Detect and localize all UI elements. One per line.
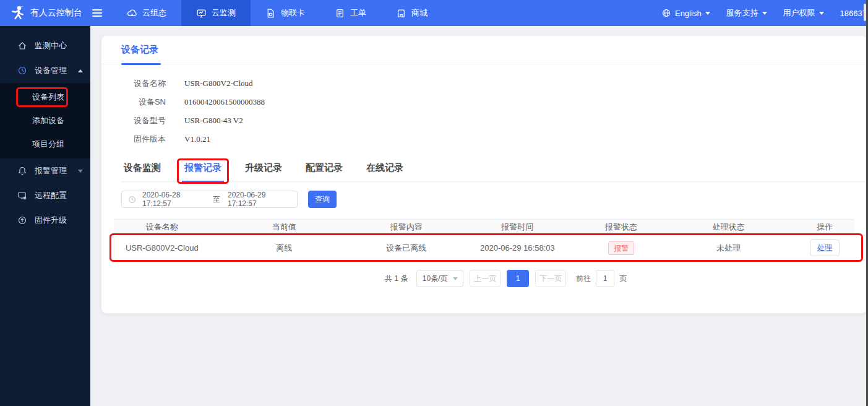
device-manage-icon xyxy=(17,66,27,76)
info-value: V1.0.21 xyxy=(184,134,210,144)
tab-device-monitor[interactable]: 设备监测 xyxy=(121,162,163,181)
top-right-menu: English 服务支持 用户权限 186637 xyxy=(661,7,868,19)
nav-item-work-order[interactable]: 工单 xyxy=(320,0,381,26)
cell-alarm-status: 报警 xyxy=(580,241,662,255)
info-value: USR-G800V2-Cloud xyxy=(184,79,253,89)
home-icon xyxy=(17,41,27,51)
nav-item-mall[interactable]: 商城 xyxy=(381,0,442,26)
sidebar-item-remote-config[interactable]: 远程配置 xyxy=(0,183,90,208)
date-range-separator: 至 xyxy=(213,194,220,205)
permission-menu[interactable]: 用户权限 xyxy=(783,7,824,19)
card-header: 设备记录 xyxy=(101,36,867,64)
date-range-picker[interactable]: 2020-06-28 17:12:57 至 2020-06-29 17:12:5… xyxy=(121,191,298,208)
cell-alarm-content: 设备已离线 xyxy=(358,243,455,254)
active-tab-underline xyxy=(182,181,224,182)
pagination: 共 1 条 10条/页 上一页 1 下一页 前往 1 页 xyxy=(101,270,867,287)
info-label: 固件版本 xyxy=(126,134,166,145)
start-date-value[interactable]: 2020-06-28 17:12:57 xyxy=(142,191,205,208)
info-row-device-sn: 设备SN 01600420061500000388 xyxy=(126,93,867,111)
cell-current-value: 离线 xyxy=(210,243,358,254)
nav-item-cloud-monitor[interactable]: 云监测 xyxy=(181,0,251,26)
support-menu[interactable]: 服务支持 xyxy=(726,7,767,19)
alarm-table: 设备名称 当前值 报警内容 报警时间 报警状态 处理状态 操作 USR-G800… xyxy=(114,219,854,261)
tab-label: 在线记录 xyxy=(366,162,403,173)
language-selector[interactable]: English xyxy=(661,8,710,18)
table-header-row: 设备名称 当前值 报警内容 报警时间 报警状态 处理状态 操作 xyxy=(114,219,854,235)
tab-online-record[interactable]: 在线记录 xyxy=(364,162,406,181)
usr-logo-icon xyxy=(9,5,25,21)
clock-icon xyxy=(128,196,136,204)
account-menu[interactable]: 186637 xyxy=(840,9,867,18)
chevron-down-icon xyxy=(453,277,458,280)
brand[interactable]: 有人云控制台 xyxy=(0,5,90,21)
tab-alarm-record[interactable]: 报警记录 xyxy=(182,162,224,181)
main-content: 设备记录 设备名称 USR-G800V2-Cloud 设备SN 01600420… xyxy=(90,26,868,406)
menu-toggle-icon[interactable] xyxy=(92,9,102,17)
column-header-alarm-time: 报警时间 xyxy=(455,222,580,233)
tab-label: 配置记录 xyxy=(306,162,343,173)
sidebar-item-alarm-manage[interactable]: 报警管理 xyxy=(0,158,90,183)
tab-upgrade-record[interactable]: 升级记录 xyxy=(243,162,285,181)
page-size-select[interactable]: 10条/页 xyxy=(416,270,463,287)
sidebar-item-device-list[interactable]: 设备列表 xyxy=(0,85,90,109)
search-button[interactable]: 查询 xyxy=(308,191,337,208)
top-navbar: 有人云控制台 云组态 云监测 物联卡 工单 xyxy=(0,0,868,26)
top-nav: 云组态 云监测 物联卡 工单 商城 xyxy=(112,0,442,26)
handle-button[interactable]: 处理 xyxy=(810,240,840,256)
sidebar-item-label: 添加设备 xyxy=(32,115,64,126)
sidebar-item-label: 设备管理 xyxy=(35,65,67,76)
device-manage-submenu: 设备列表 添加设备 项目分组 xyxy=(0,83,90,158)
sidebar-item-monitor-center[interactable]: 监测中心 xyxy=(0,33,90,58)
cell-action: 处理 xyxy=(795,240,854,256)
sidebar-item-label: 固件升级 xyxy=(35,215,67,226)
chevron-down-icon xyxy=(762,12,767,15)
nav-item-iot-sim[interactable]: 物联卡 xyxy=(251,0,320,26)
tab-config-record[interactable]: 配置记录 xyxy=(303,162,345,181)
sidebar-item-add-device[interactable]: 添加设备 xyxy=(0,109,90,132)
goto-suffix: 页 xyxy=(619,274,627,284)
info-value: USR-G800-43 V2 xyxy=(184,116,243,126)
column-header-alarm-content: 报警内容 xyxy=(358,222,455,233)
current-page-button[interactable]: 1 xyxy=(507,270,529,287)
cell-device-name: USR-G800V2-Cloud xyxy=(114,243,210,253)
tab-label: 报警记录 xyxy=(184,162,221,173)
nav-item-label: 云监测 xyxy=(212,7,236,19)
tab-label: 设备监测 xyxy=(124,162,161,173)
info-row-device-name: 设备名称 USR-G800V2-Cloud xyxy=(126,74,867,93)
device-record-card: 设备记录 设备名称 USR-G800V2-Cloud 设备SN 01600420… xyxy=(101,36,867,313)
scrollbar-sliver[interactable] xyxy=(864,4,866,21)
brand-name: 有人云控制台 xyxy=(30,7,82,19)
page-size-value: 10条/页 xyxy=(423,274,448,284)
column-header-current-value: 当前值 xyxy=(210,222,358,233)
title-underline xyxy=(121,63,161,65)
next-page-button[interactable]: 下一页 xyxy=(535,270,566,287)
language-label: English xyxy=(675,9,702,18)
sidebar-item-label: 监测中心 xyxy=(35,40,67,51)
chevron-down-icon xyxy=(819,12,824,15)
goto-page: 前往 1 页 xyxy=(576,270,627,287)
remote-config-icon xyxy=(17,191,27,201)
sidebar-item-device-manage[interactable]: 设备管理 xyxy=(0,58,90,83)
sidebar-item-label: 远程配置 xyxy=(35,190,67,201)
prev-page-button[interactable]: 上一页 xyxy=(470,270,501,287)
end-date-value[interactable]: 2020-06-29 17:12:57 xyxy=(228,191,291,208)
record-tabs: 设备监测 报警记录 升级记录 配置记录 在线记录 xyxy=(121,158,867,182)
sim-card-icon xyxy=(265,8,276,19)
goto-page-input[interactable]: 1 xyxy=(596,270,614,287)
alarm-bell-icon xyxy=(17,166,27,176)
column-header-handle-status: 处理状态 xyxy=(662,222,795,233)
column-header-alarm-status: 报警状态 xyxy=(580,222,662,233)
store-icon xyxy=(396,8,406,19)
sidebar-item-project-group[interactable]: 项目分组 xyxy=(0,132,90,156)
account-label: 186637 xyxy=(840,9,867,18)
sidebar-item-label: 报警管理 xyxy=(35,165,67,176)
cell-handle-status: 未处理 xyxy=(662,243,795,254)
sidebar-item-firmware-upgrade[interactable]: 固件升级 xyxy=(0,208,90,233)
table-row: USR-G800V2-Cloud 离线 设备已离线 2020-06-29 16:… xyxy=(114,235,854,261)
nav-item-cloud-scada[interactable]: 云组态 xyxy=(112,0,181,26)
info-label: 设备SN xyxy=(126,97,166,108)
alarm-status-badge: 报警 xyxy=(608,241,634,255)
nav-item-label: 物联卡 xyxy=(281,7,305,19)
sidebar-item-label: 设备列表 xyxy=(32,92,64,103)
column-header-device-name: 设备名称 xyxy=(114,222,210,233)
